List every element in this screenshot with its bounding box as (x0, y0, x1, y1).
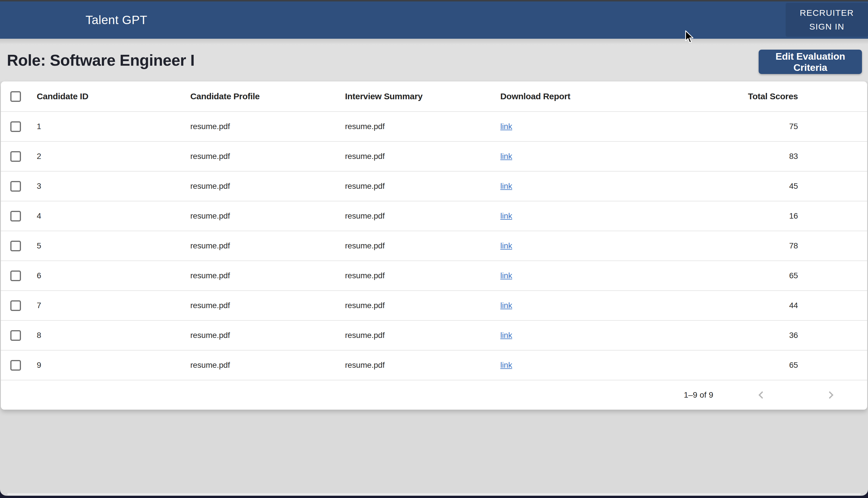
cell-candidate-id: 9 (37, 361, 190, 370)
previous-page-button[interactable] (753, 388, 768, 403)
app-bar: Talent GPT RECRUITER SIGN IN (0, 1, 868, 39)
column-header-candidate-profile: Candidate Profile (190, 92, 345, 101)
table-row: 6 resume.pdf resume.pdf link 65 (1, 261, 867, 291)
column-header-interview-summary: Interview Summary (345, 92, 500, 101)
cell-candidate-id: 3 (37, 182, 190, 191)
cell-interview-summary: resume.pdf (345, 271, 500, 280)
download-report-link[interactable]: link (500, 331, 512, 340)
cell-total-score: 75 (644, 122, 867, 131)
cell-interview-summary: resume.pdf (345, 301, 500, 310)
cell-interview-summary: resume.pdf (345, 361, 500, 370)
sign-in-label-line1: RECRUITER (800, 8, 854, 18)
cell-candidate-id: 8 (37, 331, 190, 340)
download-report-link[interactable]: link (500, 241, 512, 250)
chevron-right-icon (824, 388, 839, 403)
candidates-table-card: Candidate ID Candidate Profile Interview… (1, 81, 867, 410)
cell-candidate-profile: resume.pdf (190, 301, 345, 310)
table-row: 3 resume.pdf resume.pdf link 45 (1, 172, 867, 201)
download-report-link[interactable]: link (500, 271, 512, 280)
row-checkbox[interactable] (10, 271, 21, 281)
download-report-link[interactable]: link (500, 361, 512, 369)
cell-candidate-profile: resume.pdf (190, 182, 345, 191)
chevron-left-icon (753, 388, 768, 403)
app-title: Talent GPT (86, 13, 147, 27)
row-checkbox[interactable] (10, 360, 21, 371)
table-row: 4 resume.pdf resume.pdf link 16 (1, 201, 867, 231)
row-checkbox-cell (1, 360, 37, 371)
edit-evaluation-criteria-button[interactable]: Edit Evaluation Criteria (759, 50, 862, 74)
cell-interview-summary: resume.pdf (345, 152, 500, 161)
column-header-total-scores: Total Scores (644, 92, 867, 101)
cell-interview-summary: resume.pdf (345, 331, 500, 340)
table-row: 8 resume.pdf resume.pdf link 36 (1, 321, 867, 351)
table-row: 9 resume.pdf resume.pdf link 65 (1, 351, 867, 380)
table-row: 5 resume.pdf resume.pdf link 78 (1, 231, 867, 261)
cell-candidate-profile: resume.pdf (190, 241, 345, 250)
cell-candidate-profile: resume.pdf (190, 122, 345, 131)
row-checkbox[interactable] (10, 300, 21, 311)
cell-interview-summary: resume.pdf (345, 241, 500, 250)
role-header-bar: Role: Software Engineer I Edit Evaluatio… (0, 39, 868, 81)
cell-total-score: 36 (644, 331, 867, 340)
cell-download-report: link (500, 361, 644, 370)
row-checkbox[interactable] (10, 241, 21, 251)
row-checkbox-cell (1, 241, 37, 251)
cell-download-report: link (500, 241, 644, 250)
table-row: 2 resume.pdf resume.pdf link 83 (1, 142, 867, 172)
cell-download-report: link (500, 271, 644, 280)
cell-download-report: link (500, 331, 644, 340)
next-page-button[interactable] (824, 388, 839, 403)
cell-interview-summary: resume.pdf (345, 182, 500, 191)
backdrop-strip (8, 493, 860, 496)
cell-candidate-profile: resume.pdf (190, 271, 345, 280)
cell-total-score: 44 (644, 301, 867, 310)
download-report-link[interactable]: link (500, 211, 512, 220)
sign-in-label-line2: SIGN IN (809, 22, 844, 31)
header-checkbox-cell (1, 91, 37, 102)
download-report-link[interactable]: link (500, 122, 512, 131)
recruiter-sign-in-button[interactable]: RECRUITER SIGN IN (786, 3, 868, 37)
pagination-range-label: 1–9 of 9 (684, 390, 713, 399)
download-report-link[interactable]: link (500, 152, 512, 161)
row-checkbox[interactable] (10, 330, 21, 341)
column-header-download-report: Download Report (500, 92, 644, 101)
browser-window: Talent GPT RECRUITER SIGN IN Role: Softw… (0, 0, 868, 496)
row-checkbox-cell (1, 330, 37, 341)
column-header-candidate-id: Candidate ID (37, 92, 190, 101)
table-row: 1 resume.pdf resume.pdf link 75 (1, 112, 867, 142)
row-checkbox-cell (1, 300, 37, 311)
cell-candidate-profile: resume.pdf (190, 361, 345, 370)
cell-candidate-profile: resume.pdf (190, 331, 345, 340)
cell-candidate-id: 1 (37, 122, 190, 131)
cell-total-score: 83 (644, 152, 867, 161)
cell-download-report: link (500, 182, 644, 191)
row-checkbox[interactable] (10, 211, 21, 221)
cell-download-report: link (500, 211, 644, 221)
cell-candidate-id: 6 (37, 271, 190, 280)
download-report-link[interactable]: link (500, 182, 512, 191)
cell-interview-summary: resume.pdf (345, 122, 500, 131)
table-body: 1 resume.pdf resume.pdf link 75 2 resume… (1, 112, 867, 380)
row-checkbox-cell (1, 211, 37, 221)
cell-total-score: 45 (644, 182, 867, 191)
pagination-row: 1–9 of 9 (1, 380, 867, 410)
row-checkbox[interactable] (10, 151, 21, 162)
cell-total-score: 65 (644, 361, 867, 370)
row-checkbox-cell (1, 151, 37, 162)
row-checkbox[interactable] (10, 121, 21, 132)
cell-interview-summary: resume.pdf (345, 211, 500, 221)
row-checkbox[interactable] (10, 181, 21, 192)
row-checkbox-cell (1, 181, 37, 192)
cell-total-score: 78 (644, 241, 867, 250)
cell-candidate-profile: resume.pdf (190, 152, 345, 161)
cell-candidate-id: 2 (37, 152, 190, 161)
cell-total-score: 16 (644, 211, 867, 221)
table-header-row: Candidate ID Candidate Profile Interview… (1, 81, 867, 112)
cell-candidate-profile: resume.pdf (190, 211, 345, 221)
role-title: Role: Software Engineer I (7, 51, 195, 69)
cell-download-report: link (500, 122, 644, 131)
cell-candidate-id: 4 (37, 211, 190, 221)
download-report-link[interactable]: link (500, 301, 512, 310)
row-checkbox-cell (1, 121, 37, 132)
select-all-checkbox[interactable] (10, 91, 21, 102)
